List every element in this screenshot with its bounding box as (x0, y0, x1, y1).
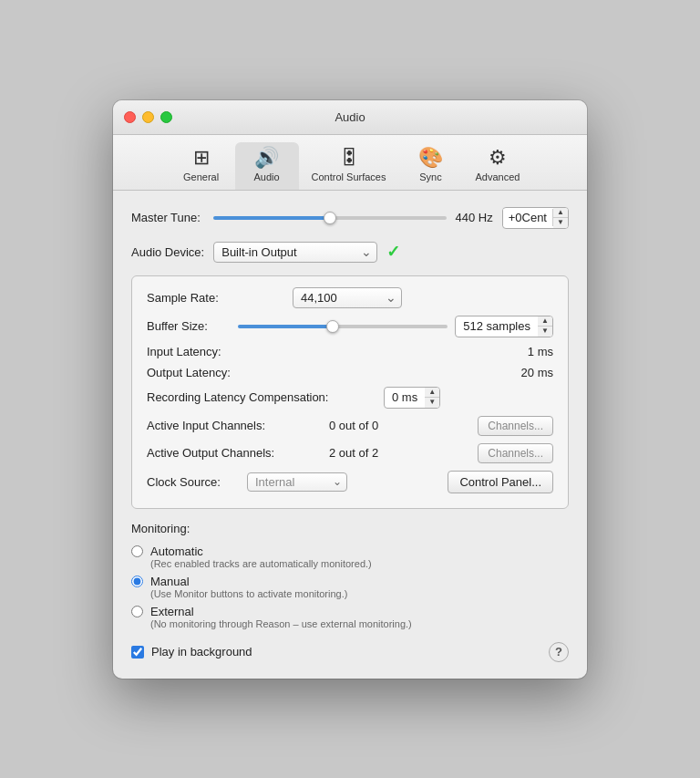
rec-latency-down-button[interactable]: ▼ (425, 398, 439, 408)
monitoring-automatic-desc: (Rec enabled tracks are automatically mo… (150, 558, 372, 569)
tab-general-label: General (183, 171, 219, 182)
sample-rate-select-wrapper: 44,100 (293, 287, 402, 308)
master-tune-slider-container (213, 210, 447, 226)
monitoring-manual-label: Manual (150, 575, 347, 588)
buffer-size-label: Buffer Size: (147, 319, 238, 333)
tab-sync[interactable]: 🎨 Sync (399, 142, 463, 190)
titlebar: Audio (113, 100, 587, 135)
audio-device-row: Audio Device: Built-in Output ✓ (131, 242, 569, 263)
bottom-row: Play in background ? (131, 642, 569, 662)
cent-stepper: +0Cent ▲ ▼ (502, 207, 569, 229)
traffic-lights (124, 111, 172, 123)
input-latency-label: Input Latency: (147, 345, 329, 358)
recording-latency-label: Recording Latency Compensation: (147, 390, 384, 404)
rec-latency-up-button[interactable]: ▲ (425, 388, 439, 398)
monitoring-automatic-radio[interactable] (131, 545, 143, 557)
monitoring-label: Monitoring: (131, 522, 569, 535)
minimize-button[interactable] (142, 111, 154, 123)
control-panel-button[interactable]: Control Panel... (448, 471, 553, 493)
sample-rate-row: Sample Rate: 44,100 (147, 287, 553, 308)
monitoring-section: Monitoring: Automatic (Rec enabled track… (131, 522, 569, 629)
sample-rate-select[interactable]: 44,100 (293, 287, 402, 308)
recording-latency-value: 0 ms (385, 389, 425, 406)
audio-device-select-wrapper: Built-in Output (213, 242, 377, 263)
master-tune-row: Master Tune: 440 Hz +0Cent ▲ ▼ (131, 207, 569, 229)
audio-device-label: Audio Device: (131, 245, 204, 259)
monitoring-external-desc: (No monitoring through Reason – use exte… (150, 618, 412, 629)
buffer-size-row: Buffer Size: 512 samples ▲ ▼ (147, 316, 553, 337)
maximize-button[interactable] (160, 111, 172, 123)
input-latency-row: Input Latency: 1 ms (147, 345, 553, 358)
clock-source-select-wrapper: Internal (247, 472, 347, 492)
monitoring-manual-desc: (Use Monitor buttons to activate monitor… (150, 588, 347, 599)
advanced-icon: ⚙ (489, 146, 507, 170)
cent-down-button[interactable]: ▼ (553, 218, 568, 228)
tab-advanced[interactable]: ⚙ Advanced (465, 142, 531, 190)
recording-latency-stepper: 0 ms ▲ ▼ (384, 387, 440, 409)
monitoring-automatic-option: Automatic (Rec enabled tracks are automa… (131, 545, 569, 569)
rec-stepper-arrows: ▲ ▼ (425, 388, 439, 408)
sync-icon: 🎨 (418, 146, 443, 170)
help-button[interactable]: ? (549, 642, 569, 662)
active-input-label: Active Input Channels: (147, 419, 329, 432)
active-output-row: Active Output Channels: 2 out of 2 Chann… (147, 443, 553, 463)
active-output-label: Active Output Channels: (147, 446, 329, 460)
monitoring-manual-option: Manual (Use Monitor buttons to activate … (131, 575, 569, 599)
close-button[interactable] (124, 111, 136, 123)
audio-device-select[interactable]: Built-in Output (213, 242, 377, 263)
play-in-background-label: Play in background (151, 645, 252, 659)
monitoring-manual-radio[interactable] (131, 576, 143, 587)
tab-general[interactable]: ⊞ General (170, 142, 233, 190)
play-in-background-checkbox[interactable] (131, 646, 144, 659)
tab-audio[interactable]: 🔊 Audio (235, 142, 299, 190)
tab-advanced-label: Advanced (476, 171, 520, 182)
output-latency-value: 20 ms (329, 366, 553, 379)
control-surfaces-icon: 🎛 (339, 146, 359, 170)
input-channels-button[interactable]: Channels... (478, 416, 553, 436)
output-channels-button[interactable]: Channels... (478, 443, 553, 463)
window-title: Audio (335, 110, 365, 124)
samples-up-button[interactable]: ▲ (538, 316, 552, 327)
tab-control-surfaces[interactable]: 🎛 Control Surfaces (301, 142, 397, 190)
connection-status-icon: ✓ (386, 242, 400, 262)
hz-value: 440 Hz (456, 211, 493, 224)
output-latency-label: Output Latency: (147, 366, 329, 379)
monitoring-external-label: External (150, 605, 412, 618)
input-latency-value: 1 ms (329, 345, 553, 358)
monitoring-external-option: External (No monitoring through Reason –… (131, 605, 569, 629)
master-tune-label: Master Tune: (131, 211, 201, 224)
content-area: Master Tune: 440 Hz +0Cent ▲ ▼ Audio Dev… (113, 191, 587, 679)
toolbar: ⊞ General 🔊 Audio 🎛 Control Surfaces 🎨 S… (113, 135, 587, 191)
samples-stepper-arrows: ▲ ▼ (538, 316, 552, 337)
clock-source-label: Clock Source: (147, 475, 247, 489)
samples-stepper: 512 samples ▲ ▼ (455, 316, 553, 337)
monitoring-automatic-text: Automatic (Rec enabled tracks are automa… (150, 545, 372, 569)
general-icon: ⊞ (193, 146, 210, 170)
samples-down-button[interactable]: ▼ (538, 327, 552, 337)
audio-icon: 🔊 (254, 146, 279, 170)
clock-source-row: Clock Source: Internal Control Panel... (147, 471, 553, 493)
tab-sync-label: Sync (419, 171, 441, 182)
tab-control-surfaces-label: Control Surfaces (312, 171, 386, 182)
cent-value: +0Cent (503, 209, 553, 226)
sample-rate-label: Sample Rate: (147, 291, 293, 305)
monitoring-manual-text: Manual (Use Monitor buttons to activate … (150, 575, 347, 599)
cent-stepper-arrows: ▲ ▼ (553, 208, 568, 228)
output-latency-row: Output Latency: 20 ms (147, 366, 553, 379)
monitoring-automatic-label: Automatic (150, 545, 372, 558)
samples-value: 512 samples (456, 317, 538, 335)
active-output-value: 2 out of 2 (329, 446, 438, 460)
active-input-row: Active Input Channels: 0 out of 0 Channe… (147, 416, 553, 436)
tab-audio-label: Audio (253, 171, 279, 182)
clock-source-select[interactable]: Internal (247, 472, 347, 492)
monitoring-external-radio[interactable] (131, 606, 143, 617)
monitoring-external-text: External (No monitoring through Reason –… (150, 605, 412, 629)
recording-latency-row: Recording Latency Compensation: 0 ms ▲ ▼ (147, 387, 553, 409)
buffer-size-slider-container (238, 318, 448, 335)
cent-up-button[interactable]: ▲ (553, 208, 568, 218)
preferences-window: Audio ⊞ General 🔊 Audio 🎛 Control Surfac… (113, 100, 587, 679)
inner-panel: Sample Rate: 44,100 Buffer Size: 512 sam… (131, 275, 569, 509)
play-in-background-row: Play in background (131, 645, 252, 659)
active-input-value: 0 out of 0 (329, 419, 438, 432)
